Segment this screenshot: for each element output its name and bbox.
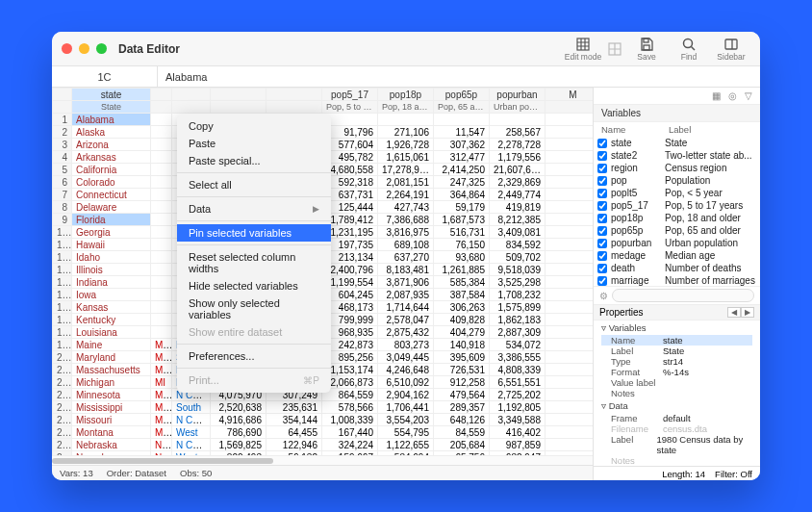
row-number[interactable]: 11 (53, 239, 72, 251)
row-number[interactable]: 4 (53, 151, 72, 164)
maximize-icon[interactable] (96, 43, 107, 54)
menu-select-all[interactable]: Select all (177, 176, 331, 193)
row-number[interactable]: 12 (53, 251, 72, 264)
menu-prefs[interactable]: Preferences... (177, 347, 331, 365)
property-row[interactable]: Namestate (601, 335, 752, 346)
menu-copy[interactable]: Copy (177, 117, 331, 135)
camera-icon[interactable]: ◎ (728, 90, 737, 101)
menu-paste[interactable]: Paste (177, 135, 331, 152)
row-number[interactable]: 8 (53, 201, 72, 214)
cell-state[interactable]: Massachusetts (72, 364, 151, 376)
variable-row[interactable]: popurbanUrban population (594, 237, 760, 249)
row-number[interactable]: 15 (53, 289, 72, 301)
cell-state[interactable]: Missouri (72, 414, 151, 426)
var-checkbox[interactable] (597, 239, 607, 248)
variable-row[interactable]: pop65pPop, 65 and older (594, 224, 760, 237)
cell-state[interactable]: Kansas (72, 301, 151, 314)
variable-row[interactable]: pop18pPop, 18 and older (594, 212, 760, 224)
col-header[interactable]: popurban (490, 89, 546, 101)
cell-state[interactable]: Arkansas (72, 151, 151, 164)
row-number[interactable]: 25 (53, 414, 72, 426)
row-number[interactable]: 1 (53, 114, 72, 126)
var-checkbox[interactable] (597, 201, 607, 211)
menu-reset-widths[interactable]: Reset selected column widths (177, 248, 331, 277)
row-number[interactable]: 27 (53, 439, 72, 451)
menu-show-only[interactable]: Show only selected variables (177, 294, 331, 323)
property-row[interactable]: Format%-14s (601, 367, 752, 377)
cell-state[interactable]: Delaware (72, 201, 151, 214)
var-checkbox[interactable] (597, 214, 607, 223)
menu-paste-special[interactable]: Paste special... (177, 152, 331, 169)
row-number[interactable]: 26 (53, 426, 72, 439)
cell-state[interactable]: Mississippi (72, 401, 151, 414)
cell-state[interactable]: Arizona (72, 139, 151, 151)
cell-state[interactable]: Maine (72, 339, 151, 351)
variable-row[interactable]: poplt5Pop, < 5 year (594, 187, 760, 199)
prev-button[interactable]: ◀ (727, 307, 741, 318)
row-number[interactable]: 22 (53, 376, 72, 389)
col-header[interactable]: pop5_17 (322, 89, 378, 101)
row-number[interactable]: 19 (53, 339, 72, 351)
book-icon[interactable]: ▦ (712, 90, 721, 101)
var-checkbox[interactable] (597, 189, 607, 198)
cell-state[interactable]: Michigan (72, 376, 151, 389)
var-checkbox[interactable] (597, 139, 607, 148)
filter-icon[interactable]: ▽ (745, 90, 752, 101)
editmode-button[interactable]: Edit mode (564, 37, 602, 62)
row-number[interactable]: 13 (53, 264, 72, 276)
cell-value[interactable]: Alabama (158, 66, 760, 87)
cell-state[interactable]: Connecticut (72, 189, 151, 201)
row-number[interactable]: 24 (53, 401, 72, 414)
row-number[interactable]: 3 (53, 139, 72, 151)
gear-icon[interactable]: ⚙ (599, 291, 608, 301)
property-row[interactable]: LabelState (601, 346, 752, 356)
property-row[interactable]: Typestr14 (601, 356, 752, 367)
cell-state[interactable]: Colorado (72, 176, 151, 189)
row-number[interactable]: 6 (53, 176, 72, 189)
row-number[interactable]: 20 (53, 351, 72, 364)
property-row[interactable]: Filenamecensus.dta (601, 423, 752, 434)
col-header[interactable]: state (72, 89, 151, 101)
menu-hide-vars[interactable]: Hide selected variables (177, 277, 331, 294)
row-number[interactable]: 7 (53, 189, 72, 201)
property-row[interactable]: Label1980 Census data by state (601, 434, 752, 455)
variable-row[interactable]: regionCensus region (594, 162, 760, 174)
variable-row[interactable]: pop5_17Pop, 5 to 17 years (594, 199, 760, 212)
row-number[interactable]: 9 (53, 214, 72, 226)
cell-state[interactable]: Louisiana (72, 326, 151, 339)
row-number[interactable]: 23 (53, 389, 72, 401)
var-checkbox[interactable] (597, 251, 607, 261)
variable-row[interactable]: marriageNumber of marriages (594, 274, 760, 286)
var-checkbox[interactable] (597, 276, 607, 286)
row-number[interactable]: 2 (53, 126, 72, 139)
cell-state[interactable]: Nebraska (72, 439, 151, 451)
cell-state[interactable]: Florida (72, 214, 151, 226)
cell-state[interactable]: Minnesota (72, 389, 151, 401)
row-number[interactable]: 21 (53, 364, 72, 376)
var-checkbox[interactable] (597, 164, 607, 173)
var-checkbox[interactable] (597, 151, 607, 161)
property-row[interactable]: Notes (601, 388, 752, 398)
minimize-icon[interactable] (79, 43, 89, 54)
find-button[interactable]: Find (670, 37, 708, 62)
cell-state[interactable]: Alabama (72, 114, 151, 126)
var-checkbox[interactable] (597, 264, 607, 273)
save-button[interactable]: Save (627, 37, 666, 62)
var-checkbox[interactable] (597, 176, 607, 186)
cell-state[interactable]: Maryland (72, 351, 151, 364)
variable-row[interactable]: popPopulation (594, 174, 760, 187)
cell-state[interactable]: Indiana (72, 276, 151, 289)
row-number[interactable]: 17 (53, 314, 72, 326)
var-checkbox[interactable] (597, 226, 607, 236)
cell-reference[interactable]: 1C (52, 66, 158, 87)
row-number[interactable]: 5 (53, 164, 72, 176)
property-row[interactable]: Framedefault (601, 413, 752, 423)
property-row[interactable]: Value label (601, 377, 752, 388)
sidebar-button[interactable]: Sidebar (712, 37, 750, 62)
variable-row[interactable]: state2Two-letter state ab... (594, 149, 760, 162)
variable-row[interactable]: deathNumber of deaths (594, 262, 760, 274)
cell-state[interactable]: Illinois (72, 264, 151, 276)
cell-state[interactable]: Georgia (72, 226, 151, 239)
variable-row[interactable]: medageMedian age (594, 249, 760, 262)
cell-state[interactable]: Kentucky (72, 314, 151, 326)
